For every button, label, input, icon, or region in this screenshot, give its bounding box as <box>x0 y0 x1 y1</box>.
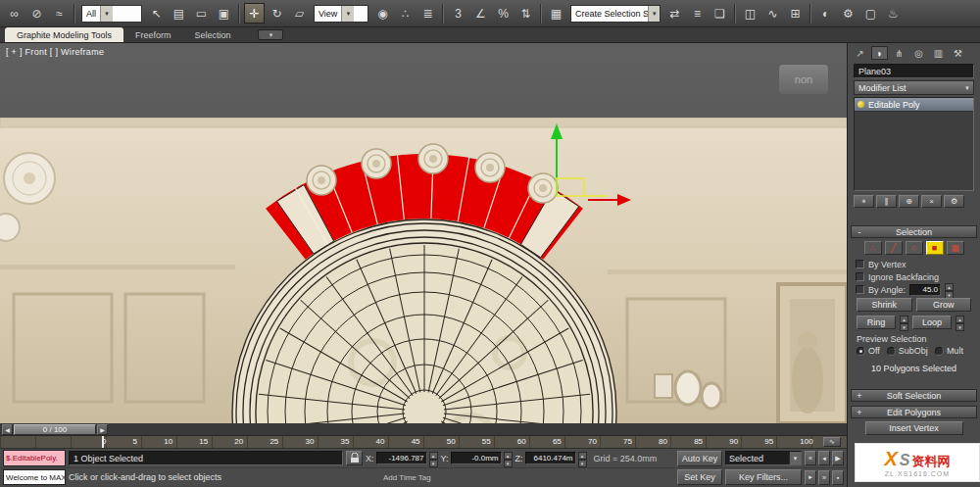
edit-polygons-rollout-header[interactable]: + Edit Polygons <box>851 406 977 418</box>
graphite-ribbon-toggle-icon[interactable]: ◫ <box>740 3 760 24</box>
selection-lock-icon[interactable] <box>346 451 363 465</box>
material-editor-icon[interactable]: ◐ <box>815 3 836 24</box>
selection-set-key-dropdown[interactable]: Selected ▼ <box>725 451 802 465</box>
spinner-up-icon[interactable]: ▴ <box>956 316 964 323</box>
time-slider-handle[interactable]: 0 / 100 <box>14 424 96 435</box>
spinner-down-icon[interactable]: ▾ <box>578 460 587 467</box>
spinner-down-icon[interactable]: ▾ <box>900 323 908 331</box>
modifier-stack[interactable]: Editable Poly <box>854 97 974 191</box>
soft-selection-rollout-header[interactable]: + Soft Selection <box>851 389 977 402</box>
tab-selection[interactable]: Selection <box>182 27 242 42</box>
curve-editor-icon[interactable]: ∿ <box>762 3 783 24</box>
by-angle-field[interactable]: 45.0 <box>909 284 941 296</box>
keyboard-override-icon[interactable]: ≣ <box>417 3 438 24</box>
maxscript-listener-line1[interactable]: $.EditablePoly. <box>3 450 66 466</box>
select-object-icon[interactable]: ↖ <box>146 3 167 24</box>
make-unique-icon[interactable]: ⊕ <box>899 195 919 208</box>
rendered-frame-icon[interactable]: ▢ <box>860 3 881 24</box>
utilities-tab-icon[interactable]: ⚒ <box>950 46 966 60</box>
render-production-icon[interactable]: ♨ <box>883 3 904 24</box>
spinner-up-icon[interactable]: ▴ <box>945 283 954 291</box>
modifier-list-dropdown[interactable]: Modifier List ▼ <box>854 80 974 95</box>
time-slider-right-arrow[interactable]: ▶ <box>97 424 108 435</box>
select-and-link-icon[interactable]: ∞ <box>4 3 24 24</box>
viewport-front[interactable]: [ + ] Front [ ] Wireframe non <box>0 43 847 423</box>
go-to-end-button[interactable]: » <box>818 470 830 485</box>
chevron-down-icon[interactable]: ▼ <box>648 6 660 22</box>
element-subobject-icon[interactable]: ▦ <box>947 241 964 255</box>
spinner-down-icon[interactable]: ▾ <box>956 323 964 331</box>
previous-frame-button[interactable]: ◂ <box>818 451 830 465</box>
window-crossing-toggle-icon[interactable]: ▣ <box>214 3 234 24</box>
percent-snap-icon[interactable]: % <box>493 3 514 24</box>
radio-dot[interactable] <box>935 347 944 356</box>
x-field[interactable]: -1496.787 <box>376 452 427 464</box>
y-spinner[interactable]: ▴▾ <box>504 452 513 464</box>
by-angle-checkbox[interactable] <box>856 285 864 294</box>
chevron-down-icon[interactable]: ▼ <box>341 6 354 22</box>
modifier-stack-item[interactable]: Editable Poly <box>855 98 973 112</box>
create-tab-icon[interactable]: ↗ <box>852 46 868 60</box>
mirror-icon[interactable]: ⇄ <box>664 3 685 24</box>
radio-dot[interactable] <box>857 347 865 356</box>
bind-to-space-warp-icon[interactable]: ≈ <box>49 3 70 24</box>
reference-coordinate-dropdown[interactable]: View ▼ <box>314 5 368 23</box>
schematic-view-icon[interactable]: ⊞ <box>785 3 806 24</box>
display-tab-icon[interactable]: ▥ <box>930 46 947 60</box>
chevron-down-icon[interactable]: ▼ <box>100 6 113 22</box>
key-filters-button[interactable]: Key Filters... <box>725 469 802 485</box>
unlink-selection-icon[interactable]: ⊘ <box>26 3 47 24</box>
angle-snap-icon[interactable]: ∠ <box>470 3 491 24</box>
chevron-down-icon[interactable]: ▼ <box>789 452 801 464</box>
motion-tab-icon[interactable]: ◎ <box>910 46 927 60</box>
select-and-scale-icon[interactable]: ▱ <box>289 3 310 24</box>
named-selection-sets-icon[interactable]: ▦ <box>546 3 566 24</box>
tab-graphite-modeling-tools[interactable]: Graphite Modeling Tools <box>5 27 123 42</box>
time-slider-left-arrow[interactable]: ◀ <box>2 424 13 435</box>
spinner-down-icon[interactable]: ▾ <box>429 460 438 467</box>
spinner-down-icon[interactable]: ▾ <box>504 460 513 467</box>
loop-button[interactable]: Loop <box>912 316 952 329</box>
pin-stack-icon[interactable]: ⌖ <box>854 195 874 208</box>
preview-multi-radio[interactable]: Mult <box>935 346 963 356</box>
expand-icon[interactable]: + <box>856 391 863 401</box>
edge-subobject-icon[interactable]: ╱ <box>885 241 903 255</box>
show-end-result-icon[interactable]: ∥ <box>876 195 897 208</box>
remove-modifier-icon[interactable]: × <box>921 195 942 208</box>
x-spinner[interactable]: ▴▾ <box>429 452 438 464</box>
ring-button[interactable]: Ring <box>857 316 896 329</box>
loop-spinner[interactable]: ▴ ▾ <box>956 316 964 328</box>
track-bar[interactable]: 0510152025303540455055606570758085909510… <box>0 436 847 449</box>
select-by-name-icon[interactable]: ▤ <box>169 3 189 24</box>
select-and-manipulate-icon[interactable]: ∴ <box>395 3 416 24</box>
collapse-icon[interactable]: - <box>856 227 863 237</box>
go-to-start-button[interactable]: « <box>805 451 816 465</box>
align-icon[interactable]: ≡ <box>687 3 708 24</box>
by-angle-spinner[interactable]: ▴ ▾ <box>945 283 954 296</box>
z-field[interactable]: 6410.474m <box>525 452 576 464</box>
spinner-up-icon[interactable]: ▴ <box>504 452 513 460</box>
configure-modifier-sets-icon[interactable]: ⚙ <box>944 195 964 208</box>
next-frame-button[interactable]: ▸ <box>805 470 816 485</box>
preview-subobj-radio[interactable]: SubObj <box>887 346 928 356</box>
shrink-button[interactable]: Shrink <box>857 298 912 312</box>
ignore-backfacing-checkbox[interactable] <box>856 272 864 281</box>
use-pivot-center-icon[interactable]: ◉ <box>372 3 393 24</box>
set-key-button[interactable]: Set Key <box>677 469 722 485</box>
add-time-tag[interactable]: Add Time Tag <box>383 473 431 482</box>
auto-key-button[interactable]: Auto Key <box>677 451 722 466</box>
ribbon-minimize-button[interactable]: ▾ <box>258 29 283 40</box>
ring-spinner[interactable]: ▴ ▾ <box>900 316 908 328</box>
polygon-subobject-icon[interactable]: ■ <box>926 241 944 255</box>
select-and-rotate-icon[interactable]: ↻ <box>267 3 287 24</box>
by-vertex-checkbox[interactable] <box>856 260 864 268</box>
maxscript-listener-line2[interactable]: Welcome to MAX <box>3 469 66 485</box>
modifier-bulb-icon[interactable] <box>858 101 864 108</box>
insert-vertex-button[interactable]: Insert Vertex <box>865 421 963 435</box>
spinner-up-icon[interactable]: ▴ <box>429 452 438 460</box>
render-setup-icon[interactable]: ⚙ <box>838 3 858 24</box>
play-button[interactable]: ▶ <box>832 451 844 465</box>
vertex-subobject-icon[interactable]: ∴ <box>864 241 882 255</box>
layer-manager-icon[interactable]: ❏ <box>710 3 730 24</box>
preview-off-radio[interactable]: Off <box>857 346 880 356</box>
